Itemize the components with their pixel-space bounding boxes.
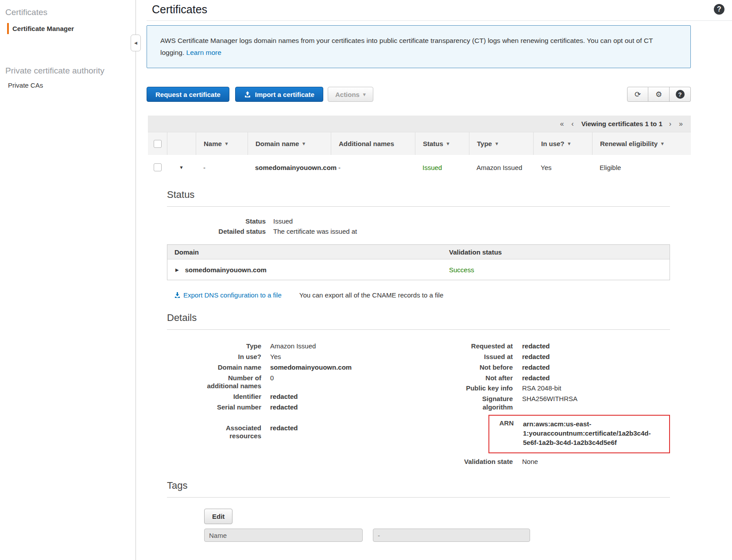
tag-value-field[interactable]: [373, 529, 530, 542]
in-use-value: Yes: [270, 353, 281, 361]
sidebar-section-certificates: Certificates: [5, 8, 136, 17]
sort-icon: ▾: [302, 141, 305, 147]
section-divider: [167, 329, 670, 330]
column-label: In use?: [541, 140, 565, 147]
status-label: Status: [167, 217, 266, 225]
row-checkbox[interactable]: [154, 163, 162, 171]
column-header-domain-name[interactable]: Domain name ▾: [248, 132, 331, 155]
request-certificate-button[interactable]: Request a certificate: [147, 87, 229, 102]
sort-icon: ▾: [225, 141, 228, 147]
refresh-icon: ⟳: [635, 90, 641, 99]
validation-status: Success: [449, 266, 474, 274]
learn-more-link[interactable]: Learn more: [186, 49, 221, 56]
actions-button[interactable]: Actions ▾: [328, 87, 373, 102]
tags-section-heading: Tags: [167, 480, 670, 491]
sidebar-item-certificate-manager[interactable]: Certificate Manager: [7, 23, 136, 34]
requested-at-row: Requested at redacted: [415, 342, 670, 351]
tags-section: Tags Edit: [167, 480, 670, 560]
next-page-button[interactable]: ›: [669, 120, 671, 128]
upload-icon: [244, 91, 251, 98]
in-use-label: In use?: [167, 353, 261, 361]
active-indicator-bar: [7, 23, 9, 34]
type-label: Type: [167, 342, 261, 351]
cell-in-use: Yes: [533, 164, 592, 171]
banner-text: AWS Certificate Manager logs domain name…: [160, 37, 653, 56]
select-all-cell: [148, 132, 167, 155]
details-grid: Type Amazon Issued In use? Yes Domain na…: [167, 340, 670, 466]
column-header-renewal-eligibility[interactable]: Renewal eligibility ▾: [592, 132, 691, 155]
edit-tags-button[interactable]: Edit: [204, 509, 232, 524]
toolbar: Request a certificate Import a certifica…: [147, 87, 691, 102]
sort-icon: ▾: [447, 141, 449, 147]
settings-button[interactable]: ⚙: [648, 87, 670, 102]
help-icon: ?: [676, 90, 685, 99]
column-label: Status: [423, 140, 443, 147]
status-field-row: Status Issued: [167, 217, 670, 225]
label-line-1: Associated: [167, 424, 261, 433]
issued-at-row: Issued at redacted: [415, 353, 670, 361]
signature-algorithm-label: Signature algorithm: [415, 395, 513, 412]
refresh-button[interactable]: ⟳: [627, 87, 648, 102]
detailed-status-label: Detailed status: [167, 228, 266, 235]
column-header-status[interactable]: Status ▾: [415, 132, 469, 155]
section-divider: [167, 206, 670, 207]
arn-label: ARN: [494, 419, 514, 447]
label-line-2: algorithm: [415, 403, 513, 412]
column-label: Name: [204, 140, 222, 147]
domain-name-row: Domain name somedomainyouown.com: [167, 363, 415, 372]
page-help-icon[interactable]: ?: [714, 4, 724, 15]
cell-status: Issued: [415, 164, 469, 171]
issued-at-label: Issued at: [415, 353, 513, 361]
collapse-sidebar-icon: ◀: [134, 41, 137, 45]
certificate-row: ▾ - somedomainyouown.com - Issued Amazon…: [148, 155, 691, 180]
issued-at-value: redacted: [522, 353, 550, 361]
prev-page-button[interactable]: ‹: [571, 120, 573, 128]
public-key-row: Public key info RSA 2048-bit: [415, 384, 670, 393]
requested-at-label: Requested at: [415, 342, 513, 351]
domain-validation-row: ▶ somedomainyouown.com Success: [167, 259, 670, 280]
row-expander-cell: ▾: [167, 164, 196, 170]
column-header-additional-names: Additional names: [331, 132, 415, 155]
pagination-bar: « ‹ Viewing certificates 1 to 1 › »: [148, 116, 691, 132]
column-header-type[interactable]: Type ▾: [469, 132, 533, 155]
not-after-value: redacted: [522, 374, 550, 382]
select-all-checkbox[interactable]: [154, 140, 162, 148]
column-header-in-use[interactable]: In use? ▾: [533, 132, 592, 155]
table-tools: ⟳ ⚙ ?: [627, 87, 691, 102]
export-dns-link[interactable]: Export DNS configuration to a file: [174, 291, 282, 299]
export-dns-hint: You can export all of the CNAME records …: [299, 291, 443, 299]
not-before-value: redacted: [522, 363, 550, 372]
identifier-row: Identifier redacted: [167, 393, 415, 401]
domain-table-header: Domain Validation status: [167, 245, 670, 259]
expand-domain-icon[interactable]: ▶: [175, 267, 179, 272]
expand-row-icon[interactable]: ▾: [180, 164, 182, 170]
not-after-label: Not after: [415, 374, 513, 382]
sidebar-collapse-button[interactable]: ◀: [131, 35, 141, 51]
domain-name: somedomainyouown.com: [185, 266, 267, 274]
status-value: Issued: [273, 217, 293, 225]
detailed-status-value: The certificate was issued at: [273, 228, 357, 235]
caret-down-icon: ▾: [363, 92, 366, 97]
tag-key-field[interactable]: [204, 529, 363, 542]
validation-state-value: None: [522, 458, 538, 466]
domain-cell: ▶ somedomainyouown.com: [167, 266, 449, 274]
first-page-button[interactable]: «: [560, 120, 564, 128]
not-before-row: Not before redacted: [415, 363, 670, 372]
sidebar-item-private-cas[interactable]: Private CAs: [8, 81, 136, 89]
sidebar: Certificates Certificate Manager Private…: [0, 0, 136, 560]
table-header-row: Name ▾ Domain name ▾ Additional names St…: [148, 132, 691, 155]
identifier-value: redacted: [270, 393, 298, 401]
pagination-label: Viewing certificates 1 to 1: [581, 120, 662, 127]
last-page-button[interactable]: »: [679, 120, 683, 128]
help-button[interactable]: ?: [670, 87, 691, 102]
import-certificate-button[interactable]: Import a certificate: [235, 87, 323, 102]
column-header-name[interactable]: Name ▾: [196, 132, 248, 155]
gear-icon: ⚙: [655, 90, 662, 99]
additional-names-count-row: Number of additional names 0: [167, 374, 415, 391]
validation-state-row: Validation state None: [415, 458, 670, 466]
serial-number-value: redacted: [270, 403, 298, 412]
label-line-1: Signature: [415, 395, 513, 403]
export-dns-link-label: Export DNS configuration to a file: [183, 291, 282, 299]
cell-name: -: [196, 164, 248, 171]
ct-logging-info-banner: AWS Certificate Manager logs domain name…: [147, 25, 691, 68]
